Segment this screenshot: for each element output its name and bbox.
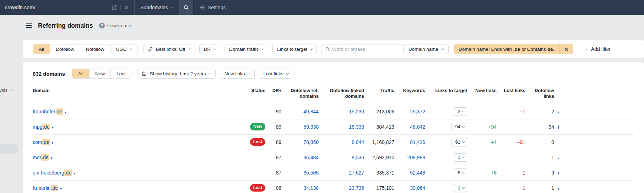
keywords-link[interactable]: 208,988 — [407, 155, 425, 160]
lost-links-select[interactable]: Lost links — [259, 69, 293, 79]
best-links-filter[interactable]: Best links: Off — [143, 44, 195, 54]
links-to-target-select[interactable]: 1 — [454, 153, 467, 162]
links-to-target-select[interactable]: 2 — [454, 107, 467, 116]
header-lost-links[interactable]: Lost links — [497, 79, 525, 104]
ref-domains-link[interactable]: 34,138 — [303, 185, 319, 191]
traffic-value: 213,006 — [364, 104, 394, 119]
status-badge: Lost — [250, 138, 265, 145]
status-badge: Lost — [250, 184, 265, 191]
keywords-link[interactable]: 52,448 — [410, 170, 425, 176]
mode-select[interactable]: Subdomains — [135, 0, 179, 15]
open-external-icon[interactable] — [109, 5, 119, 10]
status-lost-tab[interactable]: Lost — [110, 69, 131, 78]
chevron-down-icon — [247, 71, 250, 74]
search-field-select[interactable]: Domain name — [404, 47, 448, 52]
lost-links-value[interactable]: −1 — [520, 109, 525, 114]
header-dr[interactable]: DR▾ — [265, 79, 281, 104]
new-links-value[interactable]: +8 — [491, 170, 497, 176]
lost-links-value[interactable]: −91 — [517, 139, 525, 145]
table-row: fu-berlin.de▾ Lost 86 34,138 23,736 175,… — [33, 180, 634, 193]
remove-filter-button[interactable] — [559, 44, 573, 54]
ref-domains-link[interactable]: 78,850 — [303, 139, 319, 145]
new-links-value[interactable]: +94 — [488, 124, 497, 130]
links-to-target-select[interactable]: 1 — [454, 184, 467, 192]
filter-all-tab[interactable]: All — [33, 44, 50, 54]
header-traffic[interactable]: Traffic — [364, 79, 394, 104]
chevron-up-icon — [10, 89, 12, 92]
settings-button[interactable]: Settings — [194, 0, 232, 15]
status-all-tab[interactable]: All — [72, 69, 89, 78]
linked-domains-link[interactable]: 23,736 — [349, 185, 364, 191]
links-to-target-select[interactable]: 9 — [454, 168, 467, 177]
links-to-target-select[interactable]: 94 — [451, 123, 467, 131]
ref-domains-link[interactable]: 59,330 — [303, 124, 319, 130]
domain-caret-icon[interactable]: ▾ — [65, 110, 66, 114]
header-status[interactable]: Status — [221, 79, 265, 104]
lost-links-value[interactable]: −1 — [520, 170, 525, 176]
domain-link[interactable]: com.de — [33, 139, 50, 145]
filter-ugc-tab[interactable]: UGC — [110, 44, 137, 54]
keywords-link[interactable]: 25,372 — [410, 109, 425, 114]
ref-domains-link[interactable]: 35,505 — [303, 170, 319, 176]
linked-domains-link[interactable]: 8,530 — [352, 155, 364, 160]
domain-caret-icon[interactable]: ▾ — [52, 125, 54, 129]
domain-traffic-filter[interactable]: Domain traffic — [224, 44, 268, 54]
add-filter-button[interactable]: + Add filter — [584, 46, 611, 52]
header-domain[interactable]: Domain — [33, 79, 221, 104]
word-or-phrase-input[interactable] — [332, 47, 403, 52]
domain-caret-icon[interactable]: ▾ — [74, 171, 75, 175]
how-to-use-link[interactable]: ? How to use — [99, 23, 131, 28]
search-button[interactable] — [179, 0, 194, 15]
calendar-icon — [142, 71, 147, 76]
ref-domains-link[interactable]: 49,844 — [303, 109, 319, 114]
sidebar-item-partial[interactable] — [0, 144, 18, 154]
lost-links-value[interactable]: −1 — [520, 185, 525, 191]
dr-filter[interactable]: DR — [199, 44, 221, 54]
ref-domains-link[interactable]: 36,484 — [303, 155, 319, 160]
domain-count: 632 domains — [33, 71, 65, 77]
domain-caret-icon[interactable]: ▾ — [60, 187, 62, 191]
linked-domains-link[interactable]: 18,333 — [349, 124, 364, 130]
dr-value: 89 — [265, 119, 281, 134]
keywords-link[interactable]: 48,042 — [410, 124, 425, 130]
header-dofollow-linked-domains[interactable]: Dofollow linked domains — [319, 79, 364, 104]
domain-link[interactable]: mdr.de — [33, 154, 49, 161]
target-url-input[interactable] — [5, 5, 109, 10]
keywords-link[interactable]: 39,064 — [410, 185, 425, 191]
header-dofollow-ref-domains[interactable]: Dofollow ref. domains — [281, 79, 319, 104]
domain-caret-icon[interactable]: ▾ — [52, 141, 53, 145]
page-header: Referring domains ? How to use — [0, 15, 644, 31]
gear-icon — [199, 5, 205, 10]
close-icon — [564, 47, 569, 52]
linked-domains-link[interactable]: 8,044 — [352, 139, 364, 145]
table-row: fraunhofer.de▾ 90 49,844 15,230 213,006 … — [33, 104, 634, 119]
header-spark — [554, 79, 634, 104]
filter-dofollow-tab[interactable]: Dofollow — [50, 44, 80, 54]
linked-domains-link[interactable]: 27,627 — [349, 170, 364, 176]
domain-link[interactable]: fraunhofer.de — [33, 108, 63, 115]
new-links-value[interactable]: +4 — [491, 139, 497, 145]
clear-target-icon[interactable] — [122, 5, 131, 10]
new-links-select[interactable]: New links — [220, 69, 255, 79]
domain-caret-icon[interactable]: ▾ — [51, 156, 53, 160]
header-new-links[interactable]: New links — [467, 79, 497, 104]
menu-icon[interactable] — [26, 23, 32, 28]
links-to-target-filter[interactable]: Links to target — [272, 44, 317, 54]
links-to-target-select[interactable]: 91 — [451, 138, 467, 146]
domain-link[interactable]: uni-heidelberg.de — [33, 170, 72, 176]
status-new-tab[interactable]: New — [89, 69, 110, 78]
dofollow-links-sparkline — [558, 125, 559, 129]
header-links-to-target[interactable]: Links to target — [425, 79, 467, 104]
chevron-down-icon — [129, 47, 131, 50]
sidebar-section-partial[interactable]: ysis — [0, 87, 12, 93]
show-history-select[interactable]: Show history: Last 2 years — [137, 69, 215, 79]
filter-nofollow-tab[interactable]: Nofollow — [80, 44, 110, 54]
chevron-down-icon — [213, 47, 216, 50]
header-dofollow-links[interactable]: Dofollow links — [525, 79, 554, 104]
keywords-link[interactable]: 81,426 — [410, 139, 425, 145]
linked-domains-link[interactable]: 15,230 — [349, 109, 364, 114]
domain-link[interactable]: mpg.de — [33, 124, 50, 130]
header-keywords[interactable]: Keywords — [394, 79, 425, 104]
domain-link[interactable]: fu-berlin.de — [33, 185, 58, 191]
results-panel: 632 domains All New Lost Show history: L… — [23, 62, 644, 193]
